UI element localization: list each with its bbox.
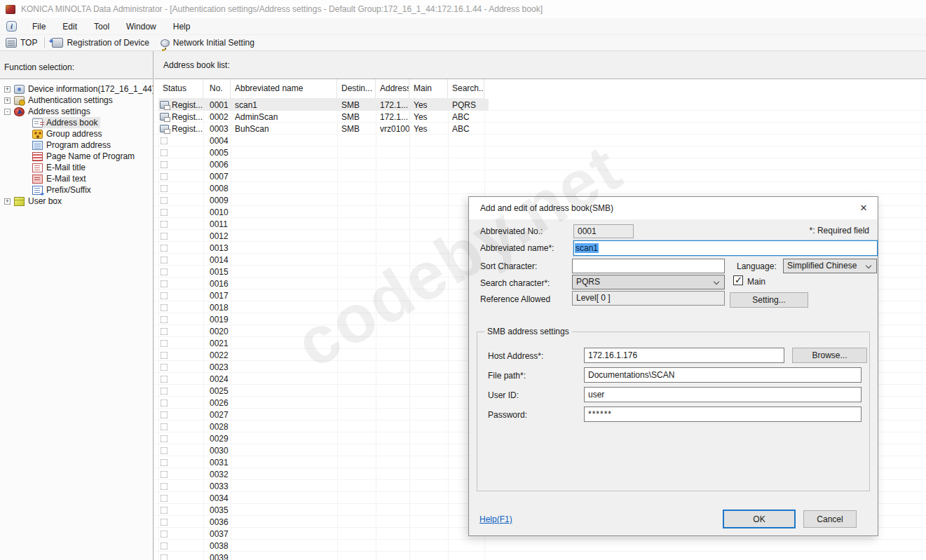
abbreviated-no-label: Abbreviated No.: [480,226,543,236]
column-header[interactable]: Destin... [337,79,376,98]
menu-item[interactable]: Window [118,18,165,35]
table-row[interactable]: 0007 [158,170,489,182]
tree-item[interactable]: + User box [0,196,153,207]
tree-item[interactable]: + Authentication settings [0,95,153,106]
tree-item[interactable]: Page Name of Program [0,151,153,162]
table-row[interactable]: 0016 [158,278,489,289]
user-id-input[interactable] [584,387,862,402]
child-window-icon[interactable] [6,21,17,32]
smb-address-settings-group: SMB address settings Host Address*: Brow… [477,332,870,491]
table-row[interactable]: 0012 [158,230,489,242]
dialog-title: Add and edit of address book(SMB) [480,197,613,219]
table-row[interactable]: 0039 [158,552,489,560]
help-link[interactable]: Help(F1) [479,514,512,524]
table-row[interactable]: 0030 [158,444,489,456]
tree-expander[interactable]: + [4,86,11,93]
table-row[interactable]: 0031 [158,456,489,468]
table-row[interactable]: 0014 [158,254,489,266]
column-header[interactable]: Main [409,79,448,98]
tree-item[interactable]: E-Mail text [0,173,153,184]
menu-item[interactable]: File [24,18,54,35]
table-row[interactable]: Regist... 0001 scan1 SMB 172.1... Yes PQ… [158,99,489,111]
no-cell: 0003 [203,124,231,134]
table-row[interactable]: 0026 [158,397,489,409]
table-row[interactable]: Regist... 0002 AdminScan SMB 172.1... Ye… [158,111,489,123]
tree-item[interactable]: E-Mail title [0,162,153,173]
table-row[interactable]: 0006 [158,158,489,170]
table-row[interactable]: 0020 [158,325,489,337]
menu-item[interactable]: Help [165,18,199,35]
password-input[interactable] [584,407,862,422]
sort-character-input[interactable] [572,259,725,273]
toolbar-separator [44,37,45,48]
tree-item[interactable]: Program address [0,139,153,151]
table-row[interactable]: 0028 [158,421,489,432]
column-header[interactable]: Status [158,79,203,98]
setting-button[interactable]: Setting... [730,292,808,308]
tree-item[interactable]: Address book [0,117,153,128]
toolbar-button[interactable]: Network Initial Setting [155,36,260,50]
table-row[interactable]: 0021 [158,337,489,349]
tree-item[interactable]: Prefix/Suffix [0,184,153,196]
table-row[interactable]: 0017 [158,289,489,301]
no-cell: 0038 [203,541,231,551]
table-row[interactable]: 0010 [158,206,489,218]
table-row[interactable]: 0038 [158,540,489,552]
tree-expander[interactable]: + [4,97,11,104]
table-row[interactable]: 0027 [158,409,489,421]
table-row[interactable]: Regist... 0003 BuhScan SMB vrz0100 Yes A… [158,123,489,135]
main-cell: Yes [409,112,448,122]
table-row[interactable]: 0024 [158,373,489,385]
search-character-dropdown[interactable]: PQRS [572,275,725,289]
cancel-button[interactable]: Cancel [803,510,857,528]
toolbar-button[interactable]: TOP [0,36,43,50]
table-row[interactable]: 0011 [158,218,489,230]
tree-item[interactable]: - Address settings [0,106,153,117]
tree-item[interactable]: + Device information(172_16_1_44) [0,83,153,95]
search-cell: PQRS [448,100,484,110]
table-row[interactable]: 0023 [158,361,489,373]
browse-button[interactable]: Browse... [792,348,867,363]
table-row[interactable]: 0015 [158,266,489,278]
menu-item[interactable]: Edit [54,18,86,35]
no-cell: 0001 [203,100,231,110]
toolbar-button[interactable]: Registration of Device [46,36,154,50]
registered-icon [160,113,169,121]
main-checkbox[interactable] [733,275,743,285]
table-row[interactable]: 0009 [158,194,489,206]
table-row[interactable]: 0004 [158,135,489,146]
table-row[interactable]: 0036 [158,516,489,528]
column-header[interactable]: No. [203,79,231,98]
table-row[interactable]: 0018 [158,301,489,313]
column-header[interactable]: Abbreviated name [231,79,337,98]
table-row[interactable]: 0013 [158,242,489,254]
table-row[interactable]: 0032 [158,468,489,480]
ok-button[interactable]: OK [723,510,796,528]
table-row[interactable]: 0033 [158,480,489,492]
selected-text: scan1 [575,243,599,253]
table-row[interactable]: 0029 [158,432,489,444]
table-row[interactable]: 0035 [158,504,489,516]
chevron-down-icon [866,263,871,268]
table-row[interactable]: 0022 [158,349,489,361]
language-dropdown[interactable]: Simplified Chinese [783,259,877,273]
abbreviated-name-input[interactable]: scan1 [573,240,878,256]
table-row[interactable]: 0034 [158,492,489,504]
file-path-input[interactable] [584,367,862,383]
table-row[interactable]: 0019 [158,313,489,325]
tree-expander[interactable]: - [4,109,11,115]
table-row[interactable]: 0025 [158,385,489,397]
no-cell: 0011 [203,219,231,229]
table-row[interactable]: 0005 [158,146,489,158]
tree-expander[interactable]: + [4,198,11,205]
table-row[interactable]: 0037 [158,528,489,540]
no-cell: 0015 [203,267,231,277]
column-header[interactable]: Address [376,79,409,98]
host-address-input[interactable] [584,348,784,363]
close-icon[interactable] [854,198,873,218]
table-row[interactable]: 0008 [158,182,489,194]
tree-item[interactable]: Group address [0,128,153,139]
menu-item[interactable]: Tool [86,18,118,35]
no-cell: 0012 [203,231,231,241]
column-header[interactable]: Search... [448,79,484,98]
